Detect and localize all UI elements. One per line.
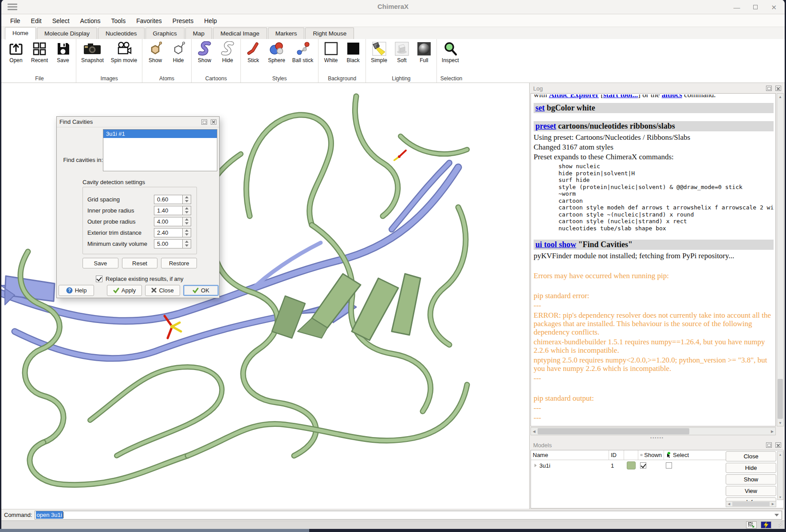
minimum-cavity-volume-spinbox[interactable]: 5.00 bbox=[154, 239, 192, 248]
selection-mode-icon[interactable] bbox=[746, 521, 757, 528]
models-show-button[interactable]: Show bbox=[726, 474, 776, 485]
command-history-dropdown[interactable] bbox=[773, 511, 781, 519]
tab-markers[interactable]: Markers bbox=[268, 28, 305, 39]
log-close-icon[interactable] bbox=[775, 86, 781, 91]
select-checkbox[interactable] bbox=[666, 462, 672, 469]
snapshot-button[interactable]: Snapshot bbox=[80, 41, 105, 64]
shown-checkbox[interactable] bbox=[640, 462, 646, 469]
log-undock-icon[interactable] bbox=[766, 86, 772, 91]
grid-spacing-spinbox[interactable]: 0.60 bbox=[154, 195, 192, 204]
ok-button[interactable]: OK bbox=[183, 285, 219, 296]
maximize-button[interactable] bbox=[753, 5, 758, 9]
menu-presets[interactable]: Presets bbox=[167, 16, 199, 26]
background-white-button[interactable]: White bbox=[322, 41, 340, 64]
models-undock-icon[interactable] bbox=[766, 442, 772, 448]
apply-button[interactable]: Apply bbox=[107, 285, 142, 296]
menu-actions[interactable]: Actions bbox=[75, 16, 106, 26]
inspect-button[interactable]: Inspect bbox=[440, 41, 460, 64]
background-black-button[interactable]: Black bbox=[344, 41, 362, 64]
settings-reset-button[interactable]: Reset bbox=[122, 258, 158, 268]
spin-movie-button[interactable]: Spin movie bbox=[110, 41, 138, 64]
models-view-button[interactable]: View bbox=[726, 486, 776, 496]
dialog-undock-icon[interactable] bbox=[201, 119, 207, 125]
model-row-3u1i[interactable]: 3u1i 1 bbox=[531, 460, 726, 471]
cartoons-hide-button[interactable]: Hide bbox=[218, 41, 237, 64]
atoms-show-button[interactable]: Show bbox=[146, 41, 165, 64]
column-color[interactable] bbox=[624, 450, 638, 460]
log-vertical-scrollbar[interactable]: ▲▼ bbox=[777, 93, 784, 426]
column-id[interactable]: ID bbox=[609, 450, 624, 460]
minimize-button[interactable]: — bbox=[733, 4, 740, 11]
tab-map[interactable]: Map bbox=[185, 28, 212, 39]
ball-stick-style-button[interactable]: Ball stick bbox=[291, 41, 314, 64]
lighting-full-button[interactable]: Full bbox=[415, 41, 433, 64]
close-button[interactable]: ✕ bbox=[771, 4, 777, 11]
models-close-button[interactable]: Close bbox=[726, 451, 776, 461]
inner-probe-radius-spinbox[interactable]: 1.40 bbox=[154, 206, 192, 215]
tab-right-mouse[interactable]: Right Mouse bbox=[305, 28, 354, 39]
models-horizontal-scrollbar[interactable]: ◀▶ bbox=[726, 501, 776, 507]
start-tool-link[interactable]: start tool... bbox=[603, 95, 638, 99]
atoms-hide-button[interactable]: Hide bbox=[169, 41, 188, 64]
preset-command-link[interactable]: preset bbox=[535, 122, 556, 130]
lighting-soft-button[interactable]: Soft bbox=[393, 41, 411, 64]
help-button[interactable]: ? Help bbox=[59, 285, 94, 296]
column-name[interactable]: Name bbox=[531, 450, 609, 460]
settings-save-button[interactable]: Save bbox=[83, 258, 118, 268]
menu-help[interactable]: Help bbox=[199, 16, 222, 26]
replace-results-checkbox[interactable] bbox=[96, 276, 102, 282]
tab-molecule-display[interactable]: Molecule Display bbox=[37, 28, 97, 39]
dialog-title-bar[interactable]: Find Cavities bbox=[57, 117, 219, 127]
set-command-link[interactable]: set bbox=[535, 103, 545, 112]
tab-medical-image[interactable]: Medical Image bbox=[213, 28, 267, 39]
spin-down-icon[interactable] bbox=[183, 244, 191, 248]
outer-probe-radius-spinbox[interactable]: 4.00 bbox=[154, 217, 192, 226]
tab-graphics[interactable]: Graphics bbox=[145, 28, 185, 39]
recent-button[interactable]: Recent bbox=[30, 41, 49, 64]
models-close-icon[interactable] bbox=[775, 442, 781, 448]
models-vertical-scrollbar[interactable]: ▲▼ bbox=[777, 451, 783, 500]
resize-grip[interactable]: ⋰⋰ bbox=[778, 522, 783, 527]
menu-tools[interactable]: Tools bbox=[106, 16, 131, 26]
open-button[interactable]: Open bbox=[7, 41, 25, 64]
stick-style-button[interactable]: Stick bbox=[244, 41, 262, 64]
spin-down-icon[interactable] bbox=[183, 221, 191, 226]
menu-file[interactable]: File bbox=[5, 16, 26, 26]
models-hide-button[interactable]: Hide bbox=[726, 463, 776, 473]
spin-up-icon[interactable] bbox=[183, 217, 191, 222]
menu-favorites[interactable]: Favorites bbox=[131, 16, 167, 26]
spin-down-icon[interactable] bbox=[183, 233, 191, 237]
spin-down-icon[interactable] bbox=[183, 199, 191, 204]
dialog-close-icon[interactable] bbox=[211, 119, 216, 125]
column-select[interactable]: Select bbox=[664, 450, 726, 460]
spin-down-icon[interactable] bbox=[183, 210, 191, 215]
save-button[interactable]: Save bbox=[54, 41, 72, 64]
exterior-trim-distance-spinbox[interactable]: 2.40 bbox=[154, 228, 192, 237]
log-warn-error-resolver: ERROR: pip's dependency resolver does no… bbox=[534, 311, 774, 336]
panel-splitter[interactable]: •••••• bbox=[531, 437, 784, 440]
cartoons-show-button[interactable]: Show bbox=[195, 41, 214, 64]
structure-list-item[interactable]: 3u1i #1 bbox=[103, 130, 217, 138]
ui-tool-show-link[interactable]: ui tool show bbox=[535, 240, 576, 249]
lighting-simple-button[interactable]: Simple bbox=[369, 41, 389, 64]
menu-select[interactable]: Select bbox=[47, 16, 75, 26]
spin-up-icon[interactable] bbox=[183, 195, 191, 200]
menu-edit[interactable]: Edit bbox=[26, 16, 47, 26]
command-input[interactable]: open 3u1i bbox=[35, 511, 782, 520]
fast-mode-icon[interactable] bbox=[761, 521, 771, 528]
altlocs-link[interactable]: altlocs bbox=[662, 95, 682, 99]
model-color-swatch[interactable] bbox=[627, 461, 636, 469]
sphere-style-button[interactable]: Sphere bbox=[267, 41, 287, 64]
expand-icon[interactable] bbox=[534, 464, 537, 467]
spin-up-icon[interactable] bbox=[183, 206, 191, 211]
dialog-close-button[interactable]: Close bbox=[145, 285, 180, 296]
spin-up-icon[interactable] bbox=[183, 240, 191, 244]
structure-list[interactable]: 3u1i #1 bbox=[103, 129, 217, 171]
log-horizontal-scrollbar[interactable]: ◀▶ bbox=[531, 427, 776, 435]
altloc-explorer-link[interactable]: Altloc Explorer bbox=[549, 95, 599, 99]
tab-nucleotides[interactable]: Nucleotides bbox=[98, 28, 145, 39]
spin-up-icon[interactable] bbox=[183, 229, 191, 233]
settings-restore-button[interactable]: Restore bbox=[161, 258, 197, 268]
column-shown[interactable]: Shown bbox=[638, 450, 664, 460]
tab-home[interactable]: Home bbox=[5, 27, 36, 39]
